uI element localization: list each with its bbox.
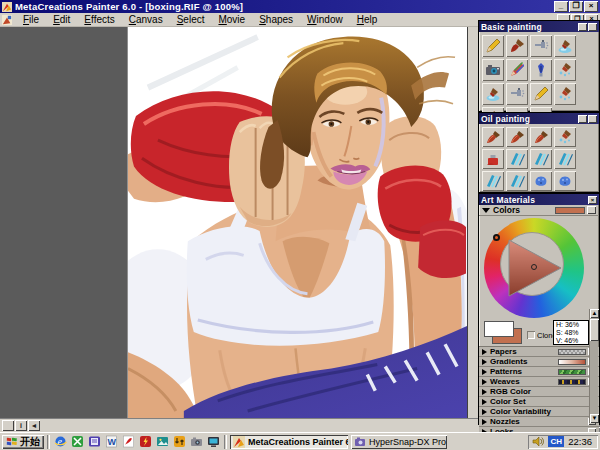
water-brush-button[interactable] bbox=[482, 83, 504, 105]
scroll-up-arrow-icon[interactable]: ▲ bbox=[590, 309, 599, 318]
section-color-set[interactable]: Color Set bbox=[479, 397, 599, 407]
stripe-brush-brush-button[interactable] bbox=[482, 171, 504, 191]
green-app-shortcut-icon[interactable] bbox=[70, 435, 85, 449]
section-papers[interactable]: Papers bbox=[479, 347, 599, 357]
drip-brush-brush-button[interactable] bbox=[554, 127, 576, 147]
menu-help[interactable]: Help bbox=[350, 14, 385, 25]
scrollbar-thumb[interactable] bbox=[590, 319, 599, 341]
section-gradients[interactable]: Gradients bbox=[479, 357, 599, 367]
section-label: Weaves bbox=[490, 377, 520, 386]
ie-shortcut-icon[interactable]: e bbox=[53, 435, 68, 449]
menu-window[interactable]: Window bbox=[300, 14, 350, 25]
front-color-swatch[interactable] bbox=[484, 321, 514, 337]
stripe-brush-brush-button[interactable] bbox=[530, 149, 552, 169]
svg-text:W: W bbox=[108, 437, 117, 447]
organizer-shortcut-icon[interactable] bbox=[87, 435, 102, 449]
menu-shapes[interactable]: Shapes bbox=[252, 14, 300, 25]
water-icon bbox=[485, 86, 501, 102]
drip-brush-brush-button[interactable] bbox=[554, 83, 576, 105]
minimize-button[interactable]: _ bbox=[554, 1, 568, 12]
info-button[interactable]: i bbox=[15, 420, 27, 431]
art-materials-title: Art Materials bbox=[481, 195, 535, 205]
painting-canvas[interactable] bbox=[127, 27, 467, 418]
pencil-brush-button[interactable] bbox=[530, 83, 552, 105]
art-materials-palette: Art Materials × Colors Clone Color H: 36… bbox=[478, 193, 600, 425]
colors-section-header[interactable]: Colors bbox=[479, 205, 599, 216]
clone-color-checkbox[interactable] bbox=[527, 331, 535, 339]
stripe-brush-brush-button[interactable] bbox=[506, 149, 528, 169]
oil-painting-titlebar[interactable]: Oil painting bbox=[479, 113, 599, 124]
sw-weave-swatch bbox=[558, 379, 586, 385]
section-nozzles[interactable]: Nozzles bbox=[479, 417, 599, 427]
menu-canvas[interactable]: Canvas bbox=[122, 14, 170, 25]
task-button-hypersnap[interactable]: HyperSnap-DX Pro bbox=[351, 435, 447, 449]
section-label: Color Variability bbox=[490, 407, 551, 416]
basic-painting-titlebar[interactable]: Basic painting bbox=[479, 21, 599, 32]
sv-selector[interactable] bbox=[531, 264, 537, 270]
menu-edit[interactable]: Edit bbox=[46, 14, 77, 25]
close-button[interactable]: × bbox=[584, 1, 598, 12]
paint-tube-brush-button[interactable] bbox=[482, 149, 504, 169]
media-red-shortcut-icon[interactable] bbox=[138, 435, 153, 449]
oil-brush-brush-button[interactable] bbox=[530, 127, 552, 147]
scroll-left-button[interactable]: ◄ bbox=[28, 420, 40, 431]
input-language-indicator[interactable]: CH bbox=[548, 436, 564, 447]
tracker-orb-button[interactable] bbox=[2, 420, 14, 431]
section-label: Color Set bbox=[490, 397, 526, 406]
task-label: MetaCreations Painter 6.... bbox=[248, 437, 348, 447]
tv-shortcut-icon[interactable] bbox=[206, 435, 221, 449]
stripe-brush-brush-button[interactable] bbox=[554, 149, 576, 169]
section-label: RGB Color bbox=[490, 387, 531, 396]
oil-brush-brush-button[interactable] bbox=[506, 127, 528, 147]
section-weaves[interactable]: Weaves bbox=[479, 377, 599, 387]
sponge-brush-button[interactable] bbox=[530, 171, 552, 191]
menu-select[interactable]: Select bbox=[170, 14, 212, 25]
menu-movie[interactable]: Movie bbox=[211, 14, 252, 25]
airbrush-brush-button[interactable] bbox=[530, 35, 552, 57]
oil-painting-title: Oil painting bbox=[481, 114, 530, 124]
colors-menu-button[interactable] bbox=[587, 206, 596, 214]
colored-pencil-brush-button[interactable] bbox=[506, 59, 528, 81]
section-label: Patterns bbox=[490, 367, 522, 376]
drip-brush-brush-button[interactable] bbox=[554, 59, 576, 81]
palette-close-button[interactable] bbox=[588, 115, 597, 123]
section-rgb-color[interactable]: RGB Color bbox=[479, 387, 599, 397]
restore-button[interactable]: ❐ bbox=[569, 1, 583, 12]
pen-brush-button[interactable] bbox=[530, 59, 552, 81]
word-shortcut-icon[interactable]: W bbox=[104, 435, 119, 449]
airbrush-brush-button[interactable] bbox=[506, 83, 528, 105]
image-viewer-shortcut-icon[interactable] bbox=[155, 435, 170, 449]
task-button-painter[interactable]: MetaCreations Painter 6.... bbox=[230, 435, 348, 449]
title-bar[interactable]: MetaCreations Painter 6.0 - [boxing.RIF … bbox=[0, 0, 600, 13]
canvas-vertical-scrollbar[interactable] bbox=[467, 27, 478, 418]
palette-collapse-button[interactable] bbox=[578, 23, 587, 31]
menu-file[interactable]: File bbox=[16, 14, 46, 25]
collapsed-triangle-icon bbox=[482, 349, 487, 355]
volume-icon[interactable] bbox=[532, 436, 544, 447]
palette-close-button[interactable] bbox=[588, 23, 597, 31]
palette-scrollbar[interactable]: ▲ ▼ bbox=[589, 309, 598, 423]
water-brush-button[interactable] bbox=[554, 35, 576, 57]
section-color-variability[interactable]: Color Variability bbox=[479, 407, 599, 417]
oil-brush-brush-button[interactable] bbox=[482, 127, 504, 147]
screen: { "window": { "title": "MetaCreations Pa… bbox=[0, 0, 600, 450]
hue-selector[interactable] bbox=[493, 234, 500, 241]
oil-brush-icon bbox=[485, 129, 501, 145]
acrobat-shortcut-icon[interactable] bbox=[121, 435, 136, 449]
start-button[interactable]: 开始 bbox=[2, 435, 44, 449]
stripe-brush-brush-button[interactable] bbox=[506, 171, 528, 191]
ftp-shortcut-icon[interactable] bbox=[172, 435, 187, 449]
brush-brush-button[interactable] bbox=[506, 35, 528, 57]
sponge-brush-button[interactable] bbox=[554, 171, 576, 191]
palette-close-button[interactable]: × bbox=[588, 196, 597, 204]
camera-brush-button[interactable] bbox=[482, 59, 504, 81]
section-label: Papers bbox=[490, 347, 517, 356]
palette-collapse-button[interactable] bbox=[578, 115, 587, 123]
art-materials-titlebar[interactable]: Art Materials × bbox=[479, 194, 599, 205]
pencil-brush-button[interactable] bbox=[482, 35, 504, 57]
scroll-down-arrow-icon[interactable]: ▼ bbox=[590, 414, 599, 423]
section-patterns[interactable]: Patterns bbox=[479, 367, 599, 377]
oil-brush-icon bbox=[533, 129, 549, 145]
snapshot-shortcut-icon[interactable] bbox=[189, 435, 204, 449]
menu-effects[interactable]: Effects bbox=[77, 14, 121, 25]
